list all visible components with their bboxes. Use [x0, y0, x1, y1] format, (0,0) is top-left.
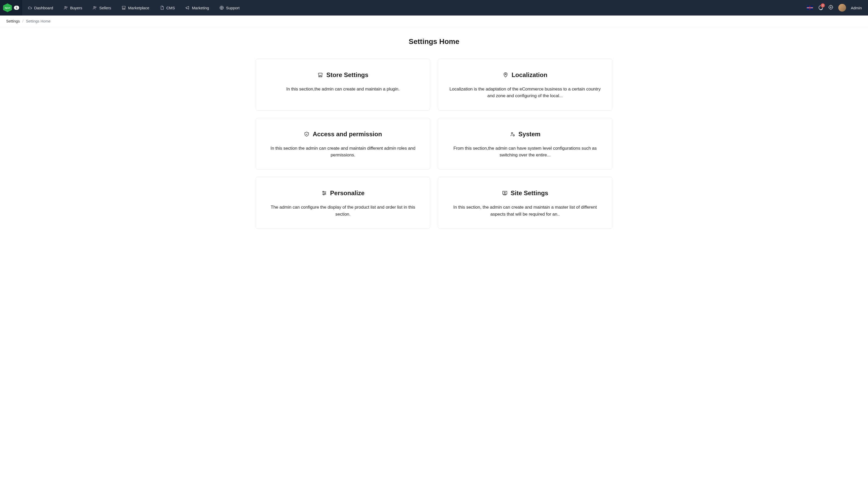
breadcrumb: Settings / Settings Home — [0, 15, 868, 27]
logo[interactable]: Spurt 5 — [0, 0, 22, 15]
card-title: System — [518, 130, 540, 138]
language-flag-uk[interactable] — [807, 6, 813, 10]
svg-point-6 — [829, 6, 833, 9]
svg-point-10 — [513, 135, 515, 136]
card-desc: The admin can configure the display of t… — [264, 204, 422, 218]
nav-cms[interactable]: CMS — [154, 0, 180, 15]
card-title: Store Settings — [326, 71, 369, 78]
avatar[interactable] — [838, 4, 846, 12]
nav-support[interactable]: Support — [214, 0, 245, 15]
user-gear-icon — [510, 131, 515, 137]
nav-marketing[interactable]: Marketing — [180, 0, 214, 15]
breadcrumb-separator: / — [22, 19, 23, 23]
card-header: Site Settings — [446, 190, 604, 197]
megaphone-icon — [185, 6, 190, 10]
card-store-settings[interactable]: Store Settings In this section,the admin… — [256, 59, 430, 111]
svg-point-12 — [325, 193, 326, 194]
marketplace-icon — [121, 6, 126, 10]
svg-point-0 — [65, 7, 66, 8]
card-personalize[interactable]: Personalize The admin can configure the … — [256, 177, 430, 229]
card-desc: From this section,the admin can have sys… — [446, 145, 604, 159]
card-title: Personalize — [330, 190, 364, 197]
sellers-icon — [92, 6, 97, 10]
svg-point-8 — [505, 74, 506, 75]
chat-badge: 0 — [821, 3, 825, 8]
nav-label: Marketplace — [128, 6, 149, 10]
card-title: Site Settings — [511, 190, 548, 197]
card-desc: In this section the admin can create and… — [264, 145, 422, 159]
shield-check-icon — [304, 131, 309, 137]
breadcrumb-current: Settings Home — [26, 19, 51, 23]
card-desc: Localization is the adaptation of the eC… — [446, 86, 604, 99]
svg-rect-14 — [503, 191, 507, 194]
logo-version-badge: 5 — [14, 6, 19, 10]
card-desc: In this section,the admin can create and… — [264, 86, 422, 93]
nav-marketplace[interactable]: Marketplace — [116, 0, 154, 15]
user-name[interactable]: Admin — [851, 6, 862, 10]
settings-cards-grid: Store Settings In this section,the admin… — [256, 59, 612, 229]
main-nav: Dashboard Buyers Sellers Marketplace CMS — [22, 0, 807, 15]
sliders-icon — [321, 190, 327, 196]
cloud-icon — [28, 6, 32, 10]
store-icon — [318, 72, 323, 78]
svg-point-15 — [504, 192, 506, 194]
nav-label: Marketing — [192, 6, 209, 10]
card-header: Personalize — [264, 190, 422, 197]
card-desc: In this section, the admin can create an… — [446, 204, 604, 218]
svg-point-2 — [94, 7, 95, 8]
spurt-logo-icon: Spurt — [3, 3, 12, 12]
main: Settings Home Store Settings In this sec… — [0, 27, 868, 239]
nav-sellers[interactable]: Sellers — [87, 0, 116, 15]
card-header: Store Settings — [264, 71, 422, 78]
card-localization[interactable]: Localization Localization is the adaptat… — [438, 59, 612, 111]
nav-label: Sellers — [99, 6, 111, 10]
monitor-icon — [502, 190, 508, 196]
card-header: Localization — [446, 71, 604, 78]
nav-label: Dashboard — [34, 6, 53, 10]
card-access-permission[interactable]: Access and permission In this section th… — [256, 118, 430, 170]
svg-point-11 — [323, 191, 324, 192]
header-right: 0 Admin — [807, 4, 865, 12]
nav-label: Buyers — [70, 6, 83, 10]
card-title: Access and permission — [312, 130, 382, 138]
svg-point-7 — [831, 7, 832, 8]
nav-label: CMS — [166, 6, 175, 10]
pin-icon — [503, 72, 508, 78]
nav-buyers[interactable]: Buyers — [58, 0, 88, 15]
svg-point-13 — [323, 194, 324, 195]
buyers-icon — [64, 6, 68, 10]
svg-point-1 — [66, 7, 67, 8]
svg-point-5 — [221, 7, 222, 9]
header: Spurt 5 Dashboard Buyers Sellers Marke — [0, 0, 868, 15]
card-title: Localization — [512, 71, 547, 78]
settings-target-icon[interactable] — [828, 4, 834, 11]
svg-point-9 — [511, 132, 513, 134]
card-header: System — [446, 130, 604, 138]
cms-icon — [160, 6, 164, 10]
support-icon — [219, 6, 224, 10]
page-title: Settings Home — [15, 38, 853, 46]
svg-point-3 — [95, 7, 96, 8]
nav-dashboard[interactable]: Dashboard — [22, 0, 58, 15]
nav-label: Support — [226, 6, 240, 10]
breadcrumb-root[interactable]: Settings — [6, 19, 20, 23]
chat-icon[interactable]: 0 — [817, 5, 823, 11]
card-header: Access and permission — [264, 130, 422, 138]
card-system[interactable]: System From this section,the admin can h… — [438, 118, 612, 170]
card-site-settings[interactable]: Site Settings In this section, the admin… — [438, 177, 612, 229]
